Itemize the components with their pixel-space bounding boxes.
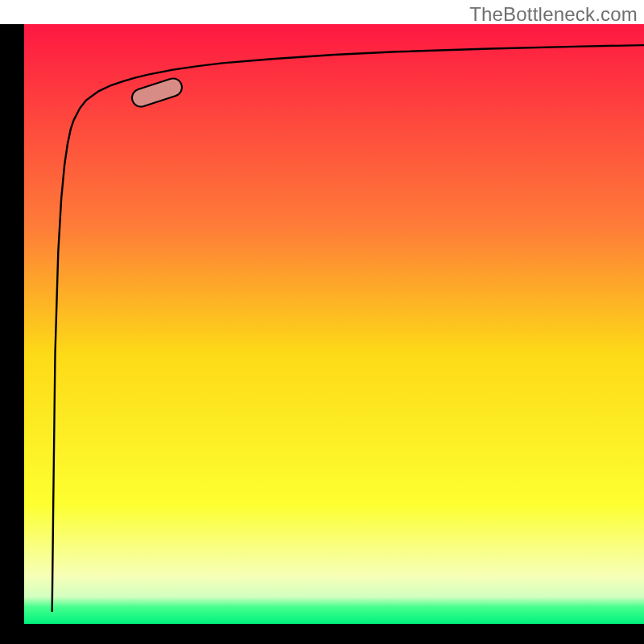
chart-svg xyxy=(0,0,644,644)
watermark-text: TheBottleneck.com xyxy=(469,3,638,26)
left-border xyxy=(0,24,24,644)
bottom-border xyxy=(0,624,644,644)
gradient-background xyxy=(24,24,644,624)
chart-stage: TheBottleneck.com xyxy=(0,0,644,644)
